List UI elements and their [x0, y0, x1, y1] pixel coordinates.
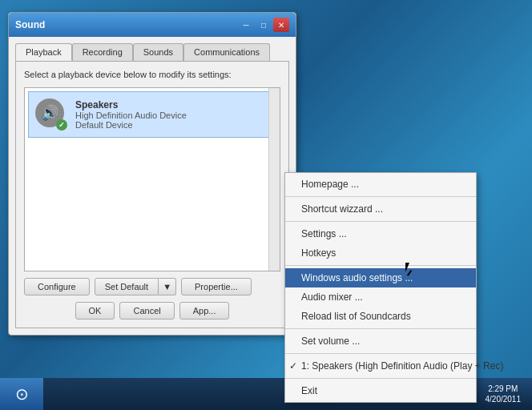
- tab-bar: Playback Recording Sounds Communications: [15, 43, 289, 61]
- set-default-button[interactable]: Set Default: [95, 278, 159, 295]
- dialog-titlebar: Sound ─ □ ✕: [9, 13, 296, 37]
- default-check-badge: ✓: [56, 119, 67, 131]
- menu-windows-audio-settings[interactable]: Windows audio settings ...: [285, 268, 476, 287]
- menu-reload-soundcards[interactable]: Reload list of Soundcards: [285, 307, 476, 326]
- dialog-body: Playback Recording Sounds Communications…: [9, 37, 296, 335]
- tab-content-playback: Select a playback device below to modify…: [15, 61, 289, 328]
- desktop: Sound ─ □ ✕ Playback Recording Sounds Co…: [0, 0, 532, 410]
- menu-hotkeys[interactable]: Hotkeys: [285, 243, 476, 263]
- menu-shortcut-wizzard[interactable]: Shortcut wizzard ...: [285, 199, 476, 219]
- menu-separator-5: [285, 353, 476, 354]
- device-name: Speakers: [75, 99, 269, 111]
- minimize-button[interactable]: ─: [238, 18, 254, 32]
- tab-description: Select a playback device below to modify…: [24, 70, 280, 79]
- device-detail-2: Default Device: [75, 120, 269, 130]
- dialog-action-buttons: OK Cancel App...: [24, 302, 280, 320]
- menu-audio-mixer[interactable]: Audio mixer ...: [285, 287, 476, 307]
- device-icon: 🔊 ✓: [35, 98, 67, 131]
- menu-exit[interactable]: Exit: [285, 381, 476, 400]
- menu-separator-2: [285, 221, 476, 222]
- close-button[interactable]: ✕: [273, 18, 289, 32]
- tray-clock[interactable]: 2:29 PM 4/20/2011: [481, 384, 526, 404]
- menu-set-volume[interactable]: Set volume ...: [285, 332, 476, 351]
- menu-speakers-device[interactable]: 1: Speakers (High Definition Audio (Play…: [285, 356, 476, 376]
- menu-homepage[interactable]: Homepage ...: [285, 175, 476, 194]
- configure-button[interactable]: Configure: [24, 278, 90, 295]
- set-default-split: Set Default ▼: [95, 278, 176, 295]
- device-info: Speakers High Definition Audio Device De…: [75, 99, 269, 130]
- apply-button[interactable]: App...: [179, 302, 230, 320]
- dialog-title: Sound: [15, 19, 236, 30]
- menu-separator-3: [285, 265, 476, 266]
- scrollbar-track[interactable]: [268, 88, 280, 271]
- maximize-button[interactable]: □: [256, 18, 272, 32]
- properties-button[interactable]: Propertie...: [181, 278, 252, 295]
- device-action-buttons: Configure Set Default ▼ Propertie...: [24, 278, 280, 295]
- device-detail-1: High Definition Audio Device: [75, 111, 269, 120]
- device-list[interactable]: 🔊 ✓ Speakers High Definition Audio Devic…: [24, 87, 280, 271]
- tab-sounds[interactable]: Sounds: [133, 43, 183, 61]
- tab-playback[interactable]: Playback: [15, 43, 72, 61]
- start-orb: ⊙: [15, 384, 29, 404]
- menu-separator-4: [285, 328, 476, 329]
- tray-time: 2:29 PM: [488, 384, 518, 394]
- menu-separator-6: [285, 378, 476, 379]
- start-button[interactable]: ⊙: [0, 378, 43, 410]
- menu-settings[interactable]: Settings ...: [285, 224, 476, 243]
- device-item-speakers[interactable]: 🔊 ✓ Speakers High Definition Audio Devic…: [28, 91, 276, 138]
- tray-date: 4/20/2011: [486, 394, 522, 404]
- sound-dialog: Sound ─ □ ✕ Playback Recording Sounds Co…: [8, 12, 296, 336]
- set-default-dropdown[interactable]: ▼: [159, 278, 176, 295]
- tab-communications[interactable]: Communications: [183, 43, 270, 61]
- tab-recording[interactable]: Recording: [72, 43, 133, 61]
- cancel-button[interactable]: Cancel: [119, 302, 174, 320]
- ok-button[interactable]: OK: [75, 302, 115, 320]
- context-menu: Homepage ... Shortcut wizzard ... Settin…: [284, 172, 477, 403]
- menu-separator-1: [285, 196, 476, 197]
